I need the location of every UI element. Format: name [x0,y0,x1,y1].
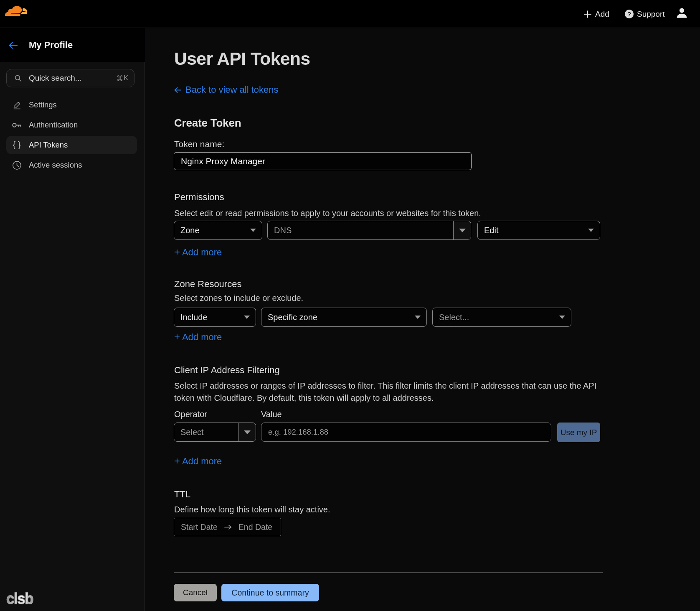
svg-text:?: ? [627,11,631,18]
